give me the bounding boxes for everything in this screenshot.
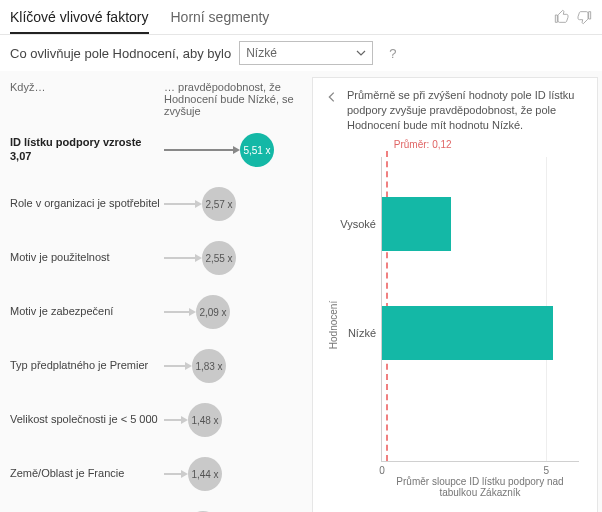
details-panel: Průměrně se při zvýšení hodnoty pole ID …	[312, 77, 598, 512]
chart-x-axis-label: Průměr sloupce ID lístku podpory nad tab…	[381, 476, 579, 498]
tabs-row: Klíčové vlivové faktory Horní segmenty	[0, 0, 602, 35]
influencer-desc: Motiv je použitelnost	[10, 251, 160, 265]
influencer-multiplier: 1,48 x	[188, 403, 222, 437]
help-icon[interactable]: ?	[389, 46, 396, 61]
header-when: Když…	[10, 81, 160, 117]
chart-category-label: Nízké	[348, 327, 382, 339]
value-dropdown[interactable]: Nízké	[239, 41, 373, 65]
dropdown-selected: Nízké	[246, 46, 277, 60]
tab-top-segments[interactable]: Horní segmenty	[171, 0, 270, 34]
chart-x-tick: 5	[543, 465, 549, 476]
chart-reference-label: Průměr: 0,12	[394, 139, 452, 150]
influencer-arrow	[164, 311, 192, 313]
influencer-multiplier: 1,83 x	[192, 349, 226, 383]
influencer-row[interactable]: Motiv je navigace1,29 x	[4, 505, 310, 512]
arrow-left-icon[interactable]	[325, 90, 339, 104]
influencer-arrow	[164, 149, 236, 151]
influencer-desc: ID lístku podpory vzroste 3,07	[10, 136, 160, 164]
influencer-multiplier: 5,51 x	[240, 133, 274, 167]
influencer-desc: Velikost společnosti je < 5 000	[10, 413, 160, 427]
influencer-arrow	[164, 473, 184, 475]
chart-bar	[382, 306, 553, 360]
influencer-row[interactable]: Velikost společnosti je < 5 0001,48 x	[4, 397, 310, 451]
chart-plot: Průměr: 0,12VysokéNízké05	[381, 157, 579, 462]
influencer-desc: Typ předplatného je Premier	[10, 359, 160, 373]
thumbs-up-icon[interactable]	[554, 9, 570, 25]
influencer-multiplier: 2,55 x	[202, 241, 236, 275]
influencer-multiplier: 2,09 x	[196, 295, 230, 329]
details-description: Průměrně se při zvýšení hodnoty pole ID …	[347, 88, 585, 133]
influencer-arrow	[164, 257, 198, 259]
influencer-desc: Motiv je zabezpečení	[10, 305, 160, 319]
chevron-down-icon	[356, 48, 366, 58]
question-row: Co ovlivňuje pole Hodnocení, aby bylo Ní…	[0, 35, 602, 71]
main-area: Když… … pravděpodobnost, že Hodnocení bu…	[0, 71, 602, 512]
chart-x-tick: 0	[379, 465, 385, 476]
influencer-desc: Země/Oblast je Francie	[10, 467, 160, 481]
question-text: Co ovlivňuje pole Hodnocení, aby bylo	[10, 46, 231, 61]
influencer-row[interactable]: ID lístku podpory vzroste 3,075,51 x	[4, 127, 310, 181]
influencer-row[interactable]: Typ předplatného je Premier1,83 x	[4, 343, 310, 397]
influencer-multiplier: 2,57 x	[202, 187, 236, 221]
influencers-panel: Když… … pravděpodobnost, že Hodnocení bu…	[4, 77, 310, 512]
influencer-row[interactable]: Země/Oblast je Francie1,44 x	[4, 451, 310, 505]
influencer-row[interactable]: Motiv je použitelnost2,55 x	[4, 235, 310, 289]
influencer-arrow	[164, 365, 188, 367]
header-likelihood: … pravděpodobnost, že Hodnocení bude Níz…	[160, 81, 304, 117]
influencer-row[interactable]: Role v organizaci je spotřebitel2,57 x	[4, 181, 310, 235]
influencer-desc: Role v organizaci je spotřebitel	[10, 197, 160, 211]
influencers-header: Když… … pravděpodobnost, že Hodnocení bu…	[4, 77, 310, 127]
thumbs-down-icon[interactable]	[576, 9, 592, 25]
tab-key-influencers[interactable]: Klíčové vlivové faktory	[10, 0, 149, 34]
influencer-list: ID lístku podpory vzroste 3,075,51 xRole…	[4, 127, 310, 512]
feedback-area	[554, 9, 592, 25]
chart-y-axis-label: Hodnocení	[328, 301, 339, 349]
influencer-arrow	[164, 203, 198, 205]
chart-area: Hodnocení Průměr: 0,12VysokéNízké05 Prům…	[325, 147, 585, 504]
influencer-row[interactable]: Motiv je zabezpečení2,09 x	[4, 289, 310, 343]
chart-category-label: Vysoké	[340, 218, 382, 230]
chart-bar	[382, 197, 451, 251]
influencer-multiplier: 1,44 x	[188, 457, 222, 491]
influencer-arrow	[164, 419, 184, 421]
